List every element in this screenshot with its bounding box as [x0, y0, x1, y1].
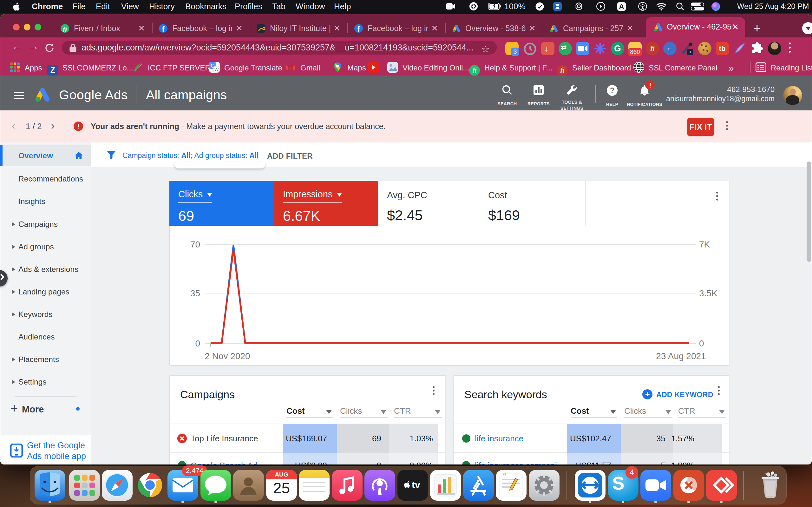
svg-text:?: ?	[610, 86, 615, 95]
svg-text:W: W	[214, 67, 219, 72]
svg-text:3.5K: 3.5K	[699, 288, 717, 298]
svg-text:2 Nov 2020: 2 Nov 2020	[204, 351, 250, 361]
svg-text:0: 0	[195, 339, 200, 348]
svg-text:70: 70	[190, 239, 200, 249]
svg-text:0: 0	[699, 339, 704, 348]
svg-text:tv: tv	[412, 480, 420, 490]
svg-text:23 Aug 2021: 23 Aug 2021	[656, 351, 706, 361]
svg-text:7K: 7K	[699, 239, 710, 249]
svg-text:“: “	[503, 471, 507, 481]
svg-text:35: 35	[190, 288, 200, 298]
